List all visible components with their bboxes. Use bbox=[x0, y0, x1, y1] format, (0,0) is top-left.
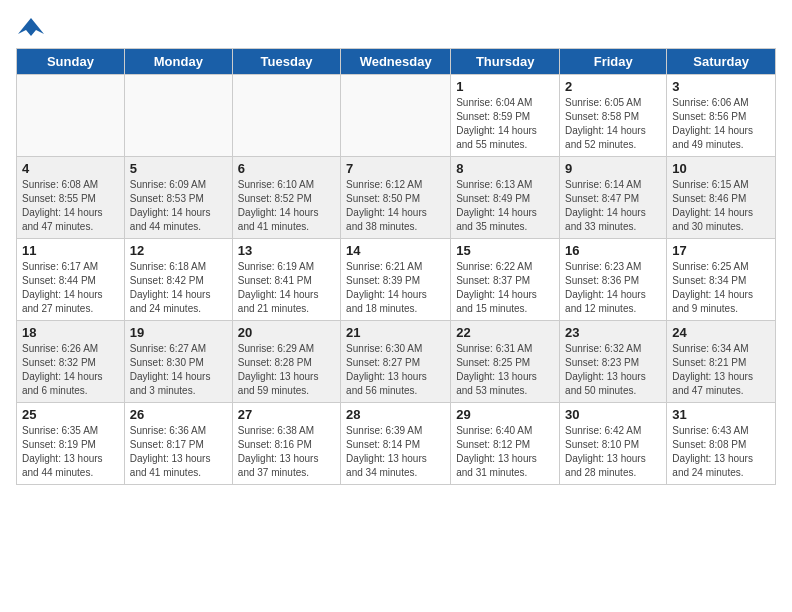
calendar-cell: 25Sunrise: 6:35 AM Sunset: 8:19 PM Dayli… bbox=[17, 403, 125, 485]
day-number: 13 bbox=[238, 243, 335, 258]
calendar-cell: 5Sunrise: 6:09 AM Sunset: 8:53 PM Daylig… bbox=[124, 157, 232, 239]
calendar-cell: 28Sunrise: 6:39 AM Sunset: 8:14 PM Dayli… bbox=[341, 403, 451, 485]
day-header-sunday: Sunday bbox=[17, 49, 125, 75]
day-header-saturday: Saturday bbox=[667, 49, 776, 75]
day-number: 8 bbox=[456, 161, 554, 176]
day-number: 22 bbox=[456, 325, 554, 340]
day-info: Sunrise: 6:22 AM Sunset: 8:37 PM Dayligh… bbox=[456, 260, 554, 316]
day-number: 15 bbox=[456, 243, 554, 258]
day-number: 17 bbox=[672, 243, 770, 258]
calendar-cell: 31Sunrise: 6:43 AM Sunset: 8:08 PM Dayli… bbox=[667, 403, 776, 485]
day-info: Sunrise: 6:32 AM Sunset: 8:23 PM Dayligh… bbox=[565, 342, 661, 398]
day-info: Sunrise: 6:30 AM Sunset: 8:27 PM Dayligh… bbox=[346, 342, 445, 398]
calendar-cell: 30Sunrise: 6:42 AM Sunset: 8:10 PM Dayli… bbox=[560, 403, 667, 485]
day-number: 7 bbox=[346, 161, 445, 176]
calendar-cell bbox=[232, 75, 340, 157]
calendar-week-row: 4Sunrise: 6:08 AM Sunset: 8:55 PM Daylig… bbox=[17, 157, 776, 239]
calendar-cell: 18Sunrise: 6:26 AM Sunset: 8:32 PM Dayli… bbox=[17, 321, 125, 403]
calendar-week-row: 25Sunrise: 6:35 AM Sunset: 8:19 PM Dayli… bbox=[17, 403, 776, 485]
day-info: Sunrise: 6:39 AM Sunset: 8:14 PM Dayligh… bbox=[346, 424, 445, 480]
day-number: 16 bbox=[565, 243, 661, 258]
day-info: Sunrise: 6:36 AM Sunset: 8:17 PM Dayligh… bbox=[130, 424, 227, 480]
day-info: Sunrise: 6:18 AM Sunset: 8:42 PM Dayligh… bbox=[130, 260, 227, 316]
calendar-cell: 27Sunrise: 6:38 AM Sunset: 8:16 PM Dayli… bbox=[232, 403, 340, 485]
svg-marker-0 bbox=[18, 18, 44, 36]
calendar-cell: 12Sunrise: 6:18 AM Sunset: 8:42 PM Dayli… bbox=[124, 239, 232, 321]
calendar-week-row: 18Sunrise: 6:26 AM Sunset: 8:32 PM Dayli… bbox=[17, 321, 776, 403]
page-header bbox=[16, 16, 776, 40]
calendar-cell: 15Sunrise: 6:22 AM Sunset: 8:37 PM Dayli… bbox=[451, 239, 560, 321]
day-info: Sunrise: 6:14 AM Sunset: 8:47 PM Dayligh… bbox=[565, 178, 661, 234]
day-info: Sunrise: 6:19 AM Sunset: 8:41 PM Dayligh… bbox=[238, 260, 335, 316]
calendar-cell: 9Sunrise: 6:14 AM Sunset: 8:47 PM Daylig… bbox=[560, 157, 667, 239]
day-number: 10 bbox=[672, 161, 770, 176]
day-number: 20 bbox=[238, 325, 335, 340]
day-info: Sunrise: 6:23 AM Sunset: 8:36 PM Dayligh… bbox=[565, 260, 661, 316]
calendar-cell bbox=[17, 75, 125, 157]
day-header-tuesday: Tuesday bbox=[232, 49, 340, 75]
logo bbox=[16, 16, 50, 40]
calendar-cell: 19Sunrise: 6:27 AM Sunset: 8:30 PM Dayli… bbox=[124, 321, 232, 403]
day-info: Sunrise: 6:40 AM Sunset: 8:12 PM Dayligh… bbox=[456, 424, 554, 480]
day-info: Sunrise: 6:42 AM Sunset: 8:10 PM Dayligh… bbox=[565, 424, 661, 480]
calendar-cell: 14Sunrise: 6:21 AM Sunset: 8:39 PM Dayli… bbox=[341, 239, 451, 321]
day-info: Sunrise: 6:05 AM Sunset: 8:58 PM Dayligh… bbox=[565, 96, 661, 152]
day-number: 25 bbox=[22, 407, 119, 422]
day-info: Sunrise: 6:04 AM Sunset: 8:59 PM Dayligh… bbox=[456, 96, 554, 152]
day-number: 29 bbox=[456, 407, 554, 422]
day-info: Sunrise: 6:12 AM Sunset: 8:50 PM Dayligh… bbox=[346, 178, 445, 234]
calendar-cell: 4Sunrise: 6:08 AM Sunset: 8:55 PM Daylig… bbox=[17, 157, 125, 239]
day-info: Sunrise: 6:08 AM Sunset: 8:55 PM Dayligh… bbox=[22, 178, 119, 234]
day-number: 23 bbox=[565, 325, 661, 340]
day-header-wednesday: Wednesday bbox=[341, 49, 451, 75]
day-headers-row: SundayMondayTuesdayWednesdayThursdayFrid… bbox=[17, 49, 776, 75]
calendar-body: 1Sunrise: 6:04 AM Sunset: 8:59 PM Daylig… bbox=[17, 75, 776, 485]
calendar-cell: 21Sunrise: 6:30 AM Sunset: 8:27 PM Dayli… bbox=[341, 321, 451, 403]
day-number: 3 bbox=[672, 79, 770, 94]
day-number: 30 bbox=[565, 407, 661, 422]
day-number: 19 bbox=[130, 325, 227, 340]
calendar-cell: 1Sunrise: 6:04 AM Sunset: 8:59 PM Daylig… bbox=[451, 75, 560, 157]
calendar-cell: 16Sunrise: 6:23 AM Sunset: 8:36 PM Dayli… bbox=[560, 239, 667, 321]
calendar-cell: 10Sunrise: 6:15 AM Sunset: 8:46 PM Dayli… bbox=[667, 157, 776, 239]
day-number: 24 bbox=[672, 325, 770, 340]
day-header-monday: Monday bbox=[124, 49, 232, 75]
calendar-cell: 26Sunrise: 6:36 AM Sunset: 8:17 PM Dayli… bbox=[124, 403, 232, 485]
day-number: 18 bbox=[22, 325, 119, 340]
calendar-cell bbox=[124, 75, 232, 157]
day-info: Sunrise: 6:25 AM Sunset: 8:34 PM Dayligh… bbox=[672, 260, 770, 316]
day-number: 14 bbox=[346, 243, 445, 258]
day-info: Sunrise: 6:06 AM Sunset: 8:56 PM Dayligh… bbox=[672, 96, 770, 152]
day-number: 28 bbox=[346, 407, 445, 422]
calendar-cell: 6Sunrise: 6:10 AM Sunset: 8:52 PM Daylig… bbox=[232, 157, 340, 239]
logo-icon bbox=[16, 16, 46, 40]
day-number: 21 bbox=[346, 325, 445, 340]
day-number: 5 bbox=[130, 161, 227, 176]
day-info: Sunrise: 6:15 AM Sunset: 8:46 PM Dayligh… bbox=[672, 178, 770, 234]
day-info: Sunrise: 6:26 AM Sunset: 8:32 PM Dayligh… bbox=[22, 342, 119, 398]
calendar-cell: 7Sunrise: 6:12 AM Sunset: 8:50 PM Daylig… bbox=[341, 157, 451, 239]
calendar-cell: 20Sunrise: 6:29 AM Sunset: 8:28 PM Dayli… bbox=[232, 321, 340, 403]
day-info: Sunrise: 6:35 AM Sunset: 8:19 PM Dayligh… bbox=[22, 424, 119, 480]
day-info: Sunrise: 6:31 AM Sunset: 8:25 PM Dayligh… bbox=[456, 342, 554, 398]
calendar-table: SundayMondayTuesdayWednesdayThursdayFrid… bbox=[16, 48, 776, 485]
day-number: 26 bbox=[130, 407, 227, 422]
day-info: Sunrise: 6:34 AM Sunset: 8:21 PM Dayligh… bbox=[672, 342, 770, 398]
day-number: 9 bbox=[565, 161, 661, 176]
calendar-week-row: 1Sunrise: 6:04 AM Sunset: 8:59 PM Daylig… bbox=[17, 75, 776, 157]
day-number: 2 bbox=[565, 79, 661, 94]
day-header-friday: Friday bbox=[560, 49, 667, 75]
day-info: Sunrise: 6:21 AM Sunset: 8:39 PM Dayligh… bbox=[346, 260, 445, 316]
calendar-cell: 2Sunrise: 6:05 AM Sunset: 8:58 PM Daylig… bbox=[560, 75, 667, 157]
day-number: 27 bbox=[238, 407, 335, 422]
calendar-cell: 13Sunrise: 6:19 AM Sunset: 8:41 PM Dayli… bbox=[232, 239, 340, 321]
day-info: Sunrise: 6:29 AM Sunset: 8:28 PM Dayligh… bbox=[238, 342, 335, 398]
day-header-thursday: Thursday bbox=[451, 49, 560, 75]
day-number: 11 bbox=[22, 243, 119, 258]
calendar-week-row: 11Sunrise: 6:17 AM Sunset: 8:44 PM Dayli… bbox=[17, 239, 776, 321]
day-number: 4 bbox=[22, 161, 119, 176]
calendar-cell: 3Sunrise: 6:06 AM Sunset: 8:56 PM Daylig… bbox=[667, 75, 776, 157]
calendar-cell: 11Sunrise: 6:17 AM Sunset: 8:44 PM Dayli… bbox=[17, 239, 125, 321]
day-number: 31 bbox=[672, 407, 770, 422]
day-info: Sunrise: 6:27 AM Sunset: 8:30 PM Dayligh… bbox=[130, 342, 227, 398]
